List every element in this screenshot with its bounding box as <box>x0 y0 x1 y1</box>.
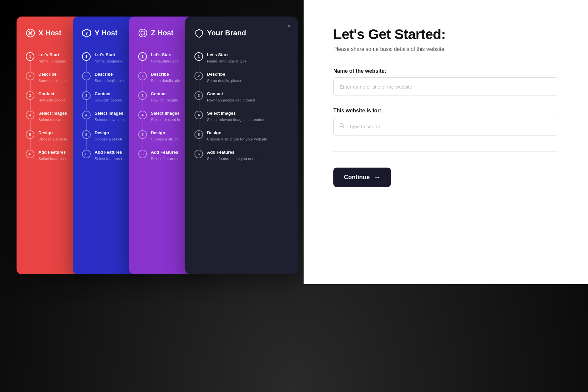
zhost-step-2-num: 2 <box>138 72 147 80</box>
yourbrand-step-1-title: Let's Start <box>207 52 247 58</box>
xhost-step-4-desc: Select relevant in <box>38 117 67 122</box>
yourbrand-title: Your Brand <box>207 29 246 37</box>
xhost-step-6-num: 6 <box>26 150 34 158</box>
zhost-step-2-desc: Some details, ple <box>151 78 180 83</box>
panel-title: Let's Get Started: <box>333 26 558 42</box>
yourbrand-step-5-title: Design <box>207 130 267 136</box>
yourbrand-step-6-desc: Select features that you need <box>207 156 257 161</box>
divider <box>333 151 558 152</box>
xhost-step-3-num: 3 <box>26 91 34 100</box>
yhost-step-5-num: 5 <box>82 130 91 139</box>
yhost-step-5-desc: Choose a structu <box>95 137 123 142</box>
yourbrand-step-5-desc: Choose a structure for your website <box>207 137 267 142</box>
yhost-title: Y Host <box>95 29 117 37</box>
zhost-step-6-num: 6 <box>138 150 147 158</box>
zhost-step-6-desc: Select features t <box>151 156 178 161</box>
svg-text:Y: Y <box>85 31 88 36</box>
yhost-step-2-desc: Some details, ple <box>95 78 124 83</box>
yourbrand-step-1-num: 1 <box>194 52 203 61</box>
xhost-step-3-title: Contact <box>38 91 65 97</box>
zhost-step-2-title: Describe <box>151 72 180 77</box>
name-label: Name of the website: <box>333 68 558 74</box>
zhost-step-5-title: Design <box>151 130 180 136</box>
search-icon <box>339 123 345 130</box>
svg-line-12 <box>343 127 344 128</box>
yourbrand-step-1-desc: Name, language & type <box>207 59 247 64</box>
close-button[interactable]: × <box>287 23 291 29</box>
yhost-step-3-title: Contact <box>95 91 122 97</box>
zhost-logo-icon <box>138 28 147 38</box>
zhost-step-6-title: Add Features <box>151 150 178 155</box>
yourbrand-step-2: 2 Describe Some details, please <box>194 68 288 87</box>
zhost-step-3-desc: How can people <box>151 98 178 103</box>
card-yourbrand-header: Your Brand <box>194 28 288 38</box>
zhost-step-4-title: Select Images <box>151 111 180 116</box>
yourbrand-step-4: 4 Select Images Select relevant images a… <box>194 107 288 126</box>
xhost-step-2-title: Describe <box>38 72 67 77</box>
yhost-step-4-desc: Select relevant in <box>95 117 124 122</box>
yourbrand-step-4-title: Select Images <box>207 111 264 116</box>
zhost-step-5-num: 5 <box>138 130 147 139</box>
xhost-step-1-content: Let's Start Name, language <box>38 52 66 64</box>
yourbrand-step-6: 6 Add Features Select features that you … <box>194 146 288 165</box>
xhost-step-2-num: 2 <box>26 72 34 80</box>
xhost-logo-icon <box>26 28 35 38</box>
yourbrand-step-4-num: 4 <box>194 111 203 119</box>
svg-point-6 <box>141 31 145 35</box>
yourbrand-step-6-num: 6 <box>194 150 203 158</box>
xhost-step-4-title: Select Images <box>38 111 67 116</box>
xhost-step-5-title: Design <box>38 130 67 136</box>
yourbrand-step-2-num: 2 <box>194 72 203 80</box>
xhost-step-6-title: Add Features <box>38 150 66 155</box>
xhost-step-6-content: Add Features Select features t <box>38 150 66 161</box>
yourbrand-step-2-desc: Some details, please <box>207 78 242 83</box>
xhost-step-2-content: Describe Some details, ple <box>38 72 67 83</box>
zhost-step-3-num: 3 <box>138 91 147 100</box>
cards-container: X Host 1 Let's Start Name, language 2 De… <box>17 17 298 301</box>
yhost-step-3-num: 3 <box>82 91 91 100</box>
yhost-step-6-title: Add Features <box>95 150 122 155</box>
yhost-step-1-num: 1 <box>82 52 91 61</box>
zhost-step-1-desc: Name, language <box>151 59 179 64</box>
yourbrand-step-3: 3 Contact How can people get in touch <box>194 87 288 107</box>
yourbrand-step-4-desc: Select relevant images as needed <box>207 117 264 122</box>
zhost-step-4-num: 4 <box>138 111 147 119</box>
xhost-step-5-desc: Choose a structu <box>38 137 67 142</box>
xhost-step-4-content: Select Images Select relevant in <box>38 111 67 122</box>
search-wrapper <box>333 117 558 136</box>
xhost-step-1-title: Let's Start <box>38 52 66 58</box>
yourbrand-step-3-title: Contact <box>207 91 255 97</box>
yhost-step-1-desc: Name, language <box>95 59 122 64</box>
yhost-step-2-title: Describe <box>95 72 124 77</box>
arrow-right-icon: → <box>374 174 380 181</box>
xhost-step-3-desc: How can people <box>38 98 65 103</box>
zhost-step-5-desc: Choose a structu <box>151 137 180 142</box>
yourbrand-step-5-num: 5 <box>194 130 203 139</box>
xhost-step-6-desc: Select features t <box>38 156 66 161</box>
xhost-title: X Host <box>38 29 62 37</box>
yourbrand-step-1: 1 Let's Start Name, language & type <box>194 48 288 68</box>
website-name-input[interactable] <box>333 77 558 96</box>
yourbrand-step-2-title: Describe <box>207 72 242 77</box>
panel-subtitle: Please share some basic details of this … <box>333 46 558 52</box>
yourbrand-step-5: 5 Design Choose a structure for your web… <box>194 126 288 146</box>
yhost-step-6-num: 6 <box>82 150 91 158</box>
yourbrand-step-3-num: 3 <box>194 91 203 100</box>
xhost-step-1-desc: Name, language <box>38 59 66 64</box>
zhost-step-1-num: 1 <box>138 52 147 61</box>
yhost-step-2-num: 2 <box>82 72 91 80</box>
continue-button[interactable]: Continue → <box>333 168 391 187</box>
xhost-step-2-desc: Some details, ple <box>38 78 67 83</box>
yhost-step-3-desc: How can people <box>95 98 122 103</box>
yhost-step-1-title: Let's Start <box>95 52 122 58</box>
search-input[interactable] <box>333 117 558 136</box>
zhost-title: Z Host <box>151 29 173 37</box>
website-for-label: This website is for: <box>333 108 558 114</box>
zhost-step-4-desc: Select relevant in <box>151 117 180 122</box>
zhost-step-3-title: Contact <box>151 91 178 97</box>
right-panel: Let's Get Started: Please share some bas… <box>304 0 588 284</box>
yhost-step-6-desc: Select features t <box>95 156 122 161</box>
yourbrand-steps: 1 Let's Start Name, language & type 2 De… <box>194 48 288 165</box>
xhost-step-1-num: 1 <box>26 52 34 61</box>
xhost-step-4-num: 4 <box>26 111 34 119</box>
